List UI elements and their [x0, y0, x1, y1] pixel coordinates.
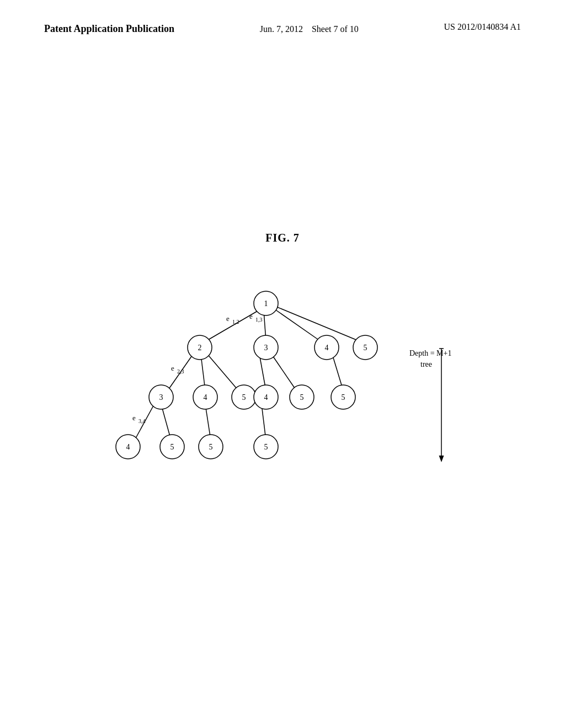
- node-5-l2b: 5: [290, 385, 314, 409]
- edge-n1-n4a: [273, 308, 320, 341]
- svg-text:5: 5: [209, 443, 213, 451]
- node-2: 2: [188, 335, 212, 360]
- edge-label-e13-sub: 1,3: [255, 317, 263, 323]
- node-5-l1: 5: [353, 335, 377, 360]
- svg-text:1: 1: [264, 299, 268, 308]
- node-5-l2a: 5: [232, 385, 256, 409]
- node-4-l1: 4: [315, 335, 339, 360]
- sheet-info: Sheet 7 of 10: [312, 24, 359, 34]
- svg-text:4: 4: [325, 344, 329, 352]
- patent-number: US 2012/0140834 A1: [444, 22, 521, 32]
- tree-label: tree: [420, 360, 432, 368]
- tree-diagram: e 1,2 e 1,3 e 2,3 e 3,4 1 2 3 4: [95, 254, 470, 529]
- svg-text:4: 4: [204, 393, 207, 402]
- publication-date-sheet: Jun. 7, 2012 Sheet 7 of 10: [260, 22, 359, 36]
- node-4-l2b: 4: [254, 385, 278, 409]
- edge-n1-n5a: [275, 306, 359, 341]
- svg-text:2: 2: [198, 344, 202, 352]
- node-1: 1: [254, 291, 278, 315]
- node-5-l2c: 5: [331, 385, 355, 409]
- svg-text:4: 4: [264, 393, 268, 402]
- svg-text:5: 5: [170, 443, 174, 451]
- node-5-l3b: 5: [199, 435, 223, 459]
- svg-text:3: 3: [264, 344, 268, 352]
- edge-label-e34: e: [132, 414, 136, 422]
- edge-label-e12: e: [226, 314, 230, 323]
- svg-text:5: 5: [264, 443, 268, 451]
- node-3-l2: 3: [149, 385, 173, 409]
- edge-label-e13: e: [249, 312, 253, 320]
- edge-n2-n5b: [206, 353, 238, 390]
- edge-label-e34-sub: 3,4: [138, 418, 146, 424]
- svg-text:4: 4: [126, 443, 130, 451]
- publication-title: Patent Application Publication: [44, 22, 174, 36]
- node-3-l1: 3: [254, 335, 278, 360]
- tree-svg: e 1,2 e 1,3 e 2,3 e 3,4 1 2 3 4: [95, 254, 470, 529]
- edge-label-e23-sub: 2,3: [177, 368, 184, 374]
- node-5-l3c: 5: [254, 435, 278, 459]
- node-4-l3: 4: [116, 435, 140, 459]
- edge-label-e12-sub: 1,2: [232, 319, 239, 325]
- figure-title: FIG. 7: [265, 232, 300, 244]
- depth-label: Depth = M+1: [409, 349, 451, 357]
- edge-label-e23: e: [171, 364, 174, 372]
- svg-text:5: 5: [300, 393, 304, 402]
- svg-text:5: 5: [242, 393, 246, 402]
- edge-n3-n5c: [271, 354, 296, 390]
- svg-text:3: 3: [159, 393, 163, 402]
- node-4-l2: 4: [193, 385, 217, 409]
- svg-text:5: 5: [364, 344, 367, 352]
- publication-date: Jun. 7, 2012: [260, 24, 303, 34]
- svg-text:5: 5: [342, 393, 345, 402]
- page-header: Patent Application Publication Jun. 7, 2…: [0, 22, 565, 36]
- node-5-l3a: 5: [160, 435, 184, 459]
